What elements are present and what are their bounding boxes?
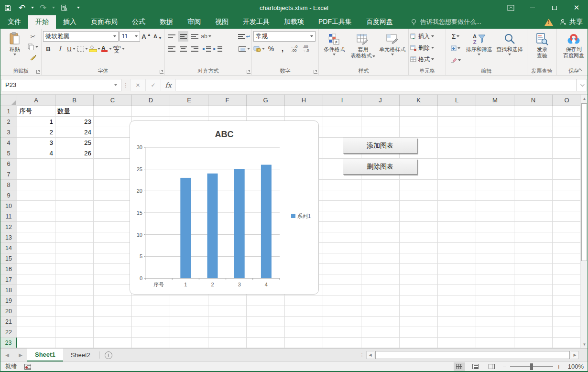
cell-L9[interactable] xyxy=(438,190,476,201)
cell-O12[interactable] xyxy=(553,222,581,232)
cell-K1[interactable] xyxy=(400,106,438,117)
sheet-nav-right-icon[interactable]: ▶ xyxy=(14,349,27,361)
formula-bar-grip[interactable]: ⋮ xyxy=(121,82,130,88)
cell-J13[interactable] xyxy=(361,232,400,243)
align-right-icon[interactable] xyxy=(189,44,200,54)
col-header-A[interactable]: A xyxy=(17,95,55,106)
cell-M21[interactable] xyxy=(476,317,514,327)
cell-C2[interactable] xyxy=(94,117,132,127)
font-size-select[interactable]: 11 xyxy=(120,31,140,42)
increase-decimal-icon[interactable]: ←.0.00 xyxy=(289,44,299,54)
comma-style-icon[interactable]: , xyxy=(277,44,288,54)
cell-L16[interactable] xyxy=(438,264,476,274)
ribbon-display-options-icon[interactable] xyxy=(500,0,522,15)
cell-L14[interactable] xyxy=(438,243,476,253)
cell-E22[interactable] xyxy=(170,327,208,338)
cell-I3[interactable] xyxy=(323,127,361,138)
col-header-F[interactable]: F xyxy=(208,95,247,106)
cell-K11[interactable] xyxy=(400,211,438,222)
cell-B20[interactable] xyxy=(55,306,94,317)
cell-G21[interactable] xyxy=(247,317,285,327)
format-painter-icon[interactable] xyxy=(28,52,38,63)
row-header-2[interactable]: 2 xyxy=(0,117,17,127)
copy-icon[interactable] xyxy=(28,42,38,52)
minimize-button[interactable] xyxy=(522,0,544,15)
zoom-out-icon[interactable]: − xyxy=(502,363,506,371)
horizontal-scrollbar[interactable]: ◀ ▶ xyxy=(366,349,579,361)
cell-J17[interactable] xyxy=(361,274,400,285)
cell-B18[interactable] xyxy=(55,285,94,295)
cell-F23[interactable] xyxy=(208,338,247,348)
row-header-14[interactable]: 14 xyxy=(0,243,17,253)
cell-I11[interactable] xyxy=(323,211,361,222)
cell-A8[interactable] xyxy=(17,180,55,190)
number-format-select[interactable]: 常规 xyxy=(253,31,316,42)
share-button[interactable]: 共享 xyxy=(560,18,583,26)
cell-D23[interactable] xyxy=(132,338,170,348)
cell-M14[interactable] xyxy=(476,243,514,253)
row-header-20[interactable]: 20 xyxy=(0,306,17,317)
cell-M13[interactable] xyxy=(476,232,514,243)
cell-M3[interactable] xyxy=(476,127,514,138)
cell-J18[interactable] xyxy=(361,285,400,295)
cell-M23[interactable] xyxy=(476,338,514,348)
cell-J11[interactable] xyxy=(361,211,400,222)
cell-B23[interactable] xyxy=(55,338,94,348)
cell-L21[interactable] xyxy=(438,317,476,327)
clipboard-dialog-launcher[interactable] xyxy=(36,70,40,74)
cell-B13[interactable] xyxy=(55,232,94,243)
cell-I14[interactable] xyxy=(323,243,361,253)
cell-C15[interactable] xyxy=(94,253,132,264)
cell-A5[interactable]: 4 xyxy=(17,148,55,159)
cell-N16[interactable] xyxy=(514,264,553,274)
cell-N3[interactable] xyxy=(514,127,553,138)
cell-O7[interactable] xyxy=(553,169,581,180)
cell-K15[interactable] xyxy=(400,253,438,264)
col-header-C[interactable]: C xyxy=(94,95,132,106)
page-break-view-icon[interactable] xyxy=(486,362,498,371)
cell-E23[interactable] xyxy=(170,338,208,348)
cell-I1[interactable] xyxy=(323,106,361,117)
cell-K12[interactable] xyxy=(400,222,438,232)
cell-I22[interactable] xyxy=(323,327,361,338)
cell-J2[interactable] xyxy=(361,117,400,127)
row-header-19[interactable]: 19 xyxy=(0,295,17,306)
cell-L1[interactable] xyxy=(438,106,476,117)
row-header-4[interactable]: 4 xyxy=(0,138,17,148)
formula-input[interactable] xyxy=(176,79,577,91)
ribbon-tab-6[interactable]: 数据 xyxy=(152,15,180,29)
cell-K21[interactable] xyxy=(400,317,438,327)
ribbon-tab-8[interactable]: 视图 xyxy=(208,15,236,29)
cell-N18[interactable] xyxy=(514,285,553,295)
cell-C4[interactable] xyxy=(94,138,132,148)
delete-cells-button[interactable]: 删除 xyxy=(410,43,444,53)
select-all-corner[interactable] xyxy=(0,95,17,106)
cell-F21[interactable] xyxy=(208,317,247,327)
cell-K9[interactable] xyxy=(400,190,438,201)
zoom-track[interactable] xyxy=(510,366,553,367)
cell-A3[interactable]: 2 xyxy=(17,127,55,138)
row-header-3[interactable]: 3 xyxy=(0,127,17,138)
cell-I15[interactable] xyxy=(323,253,361,264)
cell-K22[interactable] xyxy=(400,327,438,338)
cell-A10[interactable] xyxy=(17,201,55,211)
cell-G23[interactable] xyxy=(247,338,285,348)
row-header-12[interactable]: 12 xyxy=(0,222,17,232)
cell-L13[interactable] xyxy=(438,232,476,243)
zoom-slider[interactable]: − + xyxy=(502,363,561,371)
alignment-dialog-launcher[interactable] xyxy=(247,70,250,74)
cell-A13[interactable] xyxy=(17,232,55,243)
cell-N14[interactable] xyxy=(514,243,553,253)
cell-M11[interactable] xyxy=(476,211,514,222)
scrollbar-splitter[interactable]: ⋮ xyxy=(358,349,366,361)
cell-O2[interactable] xyxy=(553,117,581,127)
cell-I8[interactable] xyxy=(323,180,361,190)
cell-M22[interactable] xyxy=(476,327,514,338)
row-header-16[interactable]: 16 xyxy=(0,264,17,274)
col-header-K[interactable]: K xyxy=(400,95,438,106)
cell-D21[interactable] xyxy=(132,317,170,327)
ribbon-tab-1[interactable]: 文件 xyxy=(0,15,28,29)
cell-E20[interactable] xyxy=(170,306,208,317)
align-bottom-icon[interactable] xyxy=(189,31,200,42)
cell-O21[interactable] xyxy=(553,317,581,327)
